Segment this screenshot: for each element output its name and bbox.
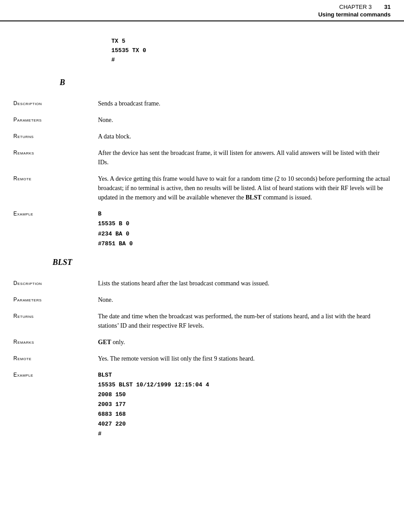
- b-code-line-3: #7851 BA 0: [98, 239, 391, 249]
- page: CHAPTER 3 31 Using terminal commands TX …: [0, 0, 404, 532]
- blst-code-line-4: 6883 168: [98, 410, 391, 419]
- b-description-label: Description: [13, 99, 98, 108]
- b-remote-label: Remote: [13, 174, 98, 202]
- b-parameters-content: None.: [98, 115, 391, 125]
- chapter-label: CHAPTER 3: [339, 4, 372, 10]
- section-b-heading-row: B: [13, 78, 391, 94]
- b-remote-row: Remote Yes. A device getting this frame …: [13, 174, 391, 202]
- header-top-row: CHAPTER 3 31: [339, 4, 391, 10]
- b-parameters-row: Parameters None.: [13, 115, 391, 125]
- blst-remarks-row: Remarks GET only.: [13, 337, 391, 347]
- blst-code-line-2: 2008 150: [98, 390, 391, 400]
- blst-example-code: BLST 15535 BLST 10/12/1999 12:15:04 4 20…: [98, 370, 391, 439]
- blst-code-line-1: 15535 BLST 10/12/1999 12:15:04 4: [98, 380, 391, 390]
- blst-example-label: Example: [13, 370, 98, 439]
- b-remarks-row: Remarks After the device has sent the br…: [13, 148, 391, 167]
- b-code-line-0: B: [98, 209, 391, 219]
- blst-parameters-row: Parameters None.: [13, 295, 391, 305]
- header-inner: CHAPTER 3 31 Using terminal commands: [318, 4, 391, 18]
- blst-remarks-text: only.: [111, 339, 125, 345]
- blst-example-content: BLST 15535 BLST 10/12/1999 12:15:04 4 20…: [98, 370, 391, 439]
- content-area: TX 5 15535 TX 0 # B Description Sends a …: [0, 37, 404, 459]
- section-blst-heading: BLST: [13, 258, 111, 267]
- section-title: Using terminal commands: [318, 11, 391, 18]
- b-description-content: Sends a broadcast frame.: [98, 99, 391, 108]
- blst-returns-row: Returns The date and time when the broad…: [13, 312, 391, 330]
- b-example-row: Example B 15535 B 0 #234 BA 0 #7851 BA 0: [13, 209, 391, 248]
- b-remote-text: Yes. A device getting this frame would h…: [98, 175, 390, 201]
- b-remarks-label: Remarks: [13, 148, 98, 167]
- b-code-line-1: 15535 B 0: [98, 219, 391, 229]
- b-example-label: Example: [13, 209, 98, 248]
- b-remote-bold: BLST: [245, 194, 261, 201]
- section-blst-heading-row: BLST: [13, 258, 391, 274]
- blst-code-line-5: 4027 220: [98, 419, 391, 429]
- blst-returns-label: Returns: [13, 312, 98, 330]
- b-example-content: B 15535 B 0 #234 BA 0 #7851 BA 0: [98, 209, 391, 248]
- blst-code-line-3: 2003 177: [98, 400, 391, 410]
- blst-remarks-bold: GET: [98, 339, 111, 345]
- blst-parameters-label: Parameters: [13, 295, 98, 305]
- page-header: CHAPTER 3 31 Using terminal commands: [0, 0, 404, 21]
- b-returns-label: Returns: [13, 132, 98, 141]
- blst-remote-label: Remote: [13, 354, 98, 363]
- page-number: 31: [384, 4, 391, 10]
- b-remarks-content: After the device has sent the broadcast …: [98, 148, 391, 167]
- top-code-line-2: 15535 TX 0: [111, 46, 391, 56]
- top-code-line-3: #: [111, 56, 391, 65]
- blst-code-line-6: #: [98, 429, 391, 439]
- section-b-heading: B: [13, 78, 111, 87]
- blst-remote-content: Yes. The remote version will list only t…: [98, 354, 391, 363]
- top-code-line-1: TX 5: [111, 37, 391, 46]
- b-remote-suffix: command is issued.: [261, 194, 312, 201]
- blst-code-line-0: BLST: [98, 370, 391, 380]
- top-code-block: TX 5 15535 TX 0 #: [111, 37, 391, 65]
- b-code-line-2: #234 BA 0: [98, 229, 391, 239]
- blst-description-content: Lists the stations heard after the last …: [98, 279, 391, 288]
- blst-example-row: Example BLST 15535 BLST 10/12/1999 12:15…: [13, 370, 391, 439]
- blst-remote-row: Remote Yes. The remote version will list…: [13, 354, 391, 363]
- b-parameters-label: Parameters: [13, 115, 98, 125]
- blst-remarks-label: Remarks: [13, 337, 98, 347]
- blst-description-row: Description Lists the stations heard aft…: [13, 279, 391, 288]
- b-returns-content: A data block.: [98, 132, 391, 141]
- blst-description-label: Description: [13, 279, 98, 288]
- b-returns-row: Returns A data block.: [13, 132, 391, 141]
- b-description-row: Description Sends a broadcast frame.: [13, 99, 391, 108]
- b-remote-content: Yes. A device getting this frame would h…: [98, 174, 391, 202]
- blst-parameters-content: None.: [98, 295, 391, 305]
- b-example-code: B 15535 B 0 #234 BA 0 #7851 BA 0: [98, 209, 391, 248]
- blst-returns-content: The date and time when the broadcast was…: [98, 312, 391, 330]
- blst-remarks-content: GET only.: [98, 337, 391, 347]
